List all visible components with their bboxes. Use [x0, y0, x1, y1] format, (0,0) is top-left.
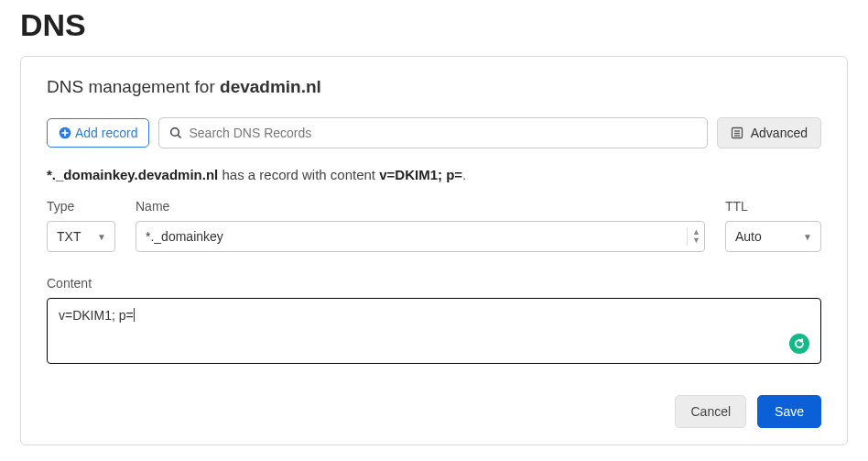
- advanced-label: Advanced: [751, 126, 808, 140]
- ttl-select[interactable]: Auto ▼: [725, 221, 821, 252]
- add-record-label: Add record: [75, 126, 137, 141]
- grammarly-icon[interactable]: [789, 334, 809, 354]
- chevron-down-icon: ▼: [97, 232, 106, 242]
- content-label: Content: [47, 276, 821, 291]
- save-button[interactable]: Save: [757, 395, 821, 428]
- record-form-row: Type TXT ▼ Name ▲ ▼ TTL Auto ▼: [47, 199, 821, 252]
- stepper-down-icon[interactable]: ▼: [690, 236, 702, 245]
- record-host: *._domainkey.devadmin.nl: [47, 167, 218, 182]
- stepper-control[interactable]: ▲ ▼: [687, 228, 702, 245]
- ttl-value: Auto: [735, 229, 762, 244]
- svg-line-4: [179, 135, 181, 137]
- record-description: *._domainkey.devadmin.nl has a record wi…: [47, 167, 821, 182]
- panel-heading-domain: devadmin.nl: [220, 77, 321, 96]
- dns-panel: DNS management for devadmin.nl Add recor…: [20, 56, 848, 445]
- search-icon: [169, 126, 182, 139]
- field-type: Type TXT ▼: [47, 199, 115, 252]
- chevron-down-icon: ▼: [803, 232, 812, 242]
- ttl-label: TTL: [725, 199, 821, 214]
- add-record-button[interactable]: Add record: [47, 118, 149, 148]
- advanced-button[interactable]: Advanced: [717, 117, 821, 148]
- search-input[interactable]: [158, 117, 707, 148]
- type-select[interactable]: TXT ▼: [47, 221, 115, 252]
- record-content: v=DKIM1; p=: [379, 167, 462, 182]
- plus-circle-icon: [59, 126, 71, 139]
- cancel-button[interactable]: Cancel: [675, 395, 746, 428]
- type-label: Type: [47, 199, 115, 214]
- list-icon: [731, 126, 743, 139]
- content-textarea[interactable]: v=DKIM1; p=: [47, 298, 821, 364]
- record-trailing: .: [462, 167, 466, 182]
- toolbar: Add record Advanced: [47, 117, 821, 148]
- page-title: DNS: [20, 7, 848, 43]
- name-label: Name: [136, 199, 705, 214]
- search-field: [158, 117, 707, 148]
- svg-point-3: [171, 128, 179, 137]
- field-ttl: TTL Auto ▼: [725, 199, 821, 252]
- svg-rect-2: [62, 132, 69, 134]
- name-input[interactable]: [136, 221, 705, 252]
- field-name: Name ▲ ▼: [136, 199, 705, 252]
- text-cursor: [134, 308, 135, 322]
- content-value: v=DKIM1; p=: [59, 308, 134, 323]
- panel-heading: DNS management for devadmin.nl: [47, 77, 821, 97]
- type-value: TXT: [57, 229, 81, 244]
- action-bar: Cancel Save: [47, 395, 821, 428]
- record-mid: has a record with content: [218, 167, 379, 182]
- panel-heading-prefix: DNS management for: [47, 77, 220, 96]
- field-content: Content v=DKIM1; p=: [47, 276, 821, 364]
